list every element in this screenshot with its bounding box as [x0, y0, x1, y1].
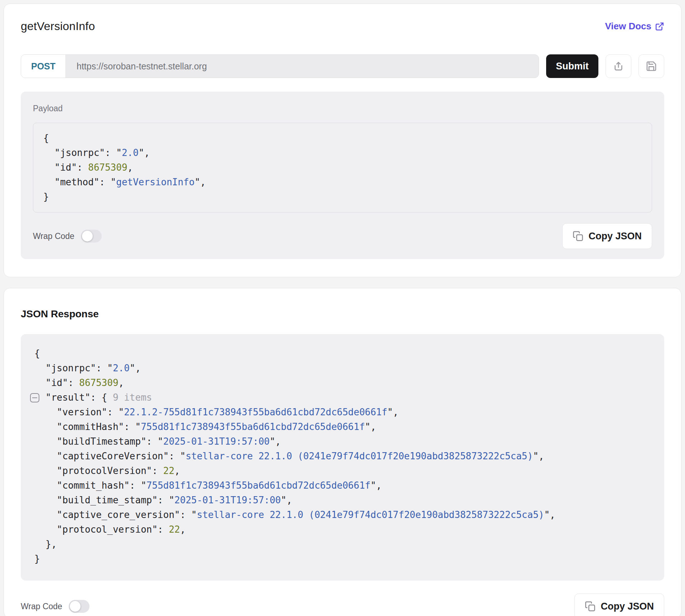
code-line: "method": "getVersionInfo", — [43, 175, 642, 190]
code-line: "captiveCoreVersion": "stellar-core 22.1… — [34, 449, 654, 464]
copy-json-label: Copy JSON — [588, 231, 642, 242]
code-line: "buildTimestamp": "2025-01-31T19:57:00", — [34, 434, 654, 449]
external-link-icon — [655, 22, 664, 31]
save-button[interactable] — [638, 54, 664, 78]
view-docs-label: View Docs — [605, 21, 651, 32]
copy-json-button-response[interactable]: Copy JSON — [574, 593, 664, 616]
payload-panel: Payload { "jsonrpc": "2.0", "id": 867530… — [21, 92, 664, 259]
code-line: "result": { 9 items — [34, 390, 654, 405]
wrap-code-switch[interactable] — [69, 600, 89, 613]
response-json-viewer[interactable]: { "jsonrpc": "2.0", "id": 8675309, "resu… — [21, 334, 664, 581]
code-line: } — [34, 552, 654, 566]
copy-json-label: Copy JSON — [601, 601, 654, 612]
payload-label: Payload — [33, 104, 652, 113]
code-line: "commitHash": "755d81f1c738943f55ba6d61c… — [34, 420, 654, 434]
share-button[interactable] — [606, 54, 631, 78]
collapse-node-icon[interactable] — [30, 393, 39, 402]
wrap-code-toggle[interactable]: Wrap Code — [33, 230, 102, 243]
copy-icon — [585, 601, 596, 612]
code-line: "id": 8675309, — [43, 160, 642, 175]
code-line: "protocol_version": 22, — [34, 522, 654, 537]
switch-knob — [82, 231, 93, 241]
copy-json-button[interactable]: Copy JSON — [562, 223, 652, 249]
code-line: "jsonrpc": "2.0", — [34, 361, 654, 376]
wrap-code-toggle-response[interactable]: Wrap Code — [21, 600, 89, 613]
code-line: "jsonrpc": "2.0", — [43, 146, 642, 160]
wrap-code-label: Wrap Code — [33, 231, 74, 241]
copy-icon — [573, 231, 583, 241]
request-card: getVersionInfo View Docs POST Submit — [4, 4, 681, 277]
method-select[interactable]: POST — [21, 55, 66, 78]
response-card: JSON Response { "jsonrpc": "2.0", "id": … — [4, 288, 681, 616]
code-line: { — [34, 346, 654, 361]
response-footer: Wrap Code Copy JSON — [21, 593, 664, 616]
request-card-header: getVersionInfo View Docs — [21, 4, 664, 33]
code-line: "protocolVersion": 22, — [34, 464, 654, 478]
code-line: "build_time_stamp": "2025-01-31T19:57:00… — [34, 493, 654, 508]
code-line: "version": "22.1.2-755d81f1c738943f55ba6… — [34, 405, 654, 420]
wrap-code-label: Wrap Code — [21, 602, 62, 611]
code-line: "captive_core_version": "stellar-core 22… — [34, 508, 654, 522]
page-title: getVersionInfo — [21, 20, 95, 33]
response-title: JSON Response — [21, 308, 664, 320]
code-line: { — [43, 131, 642, 146]
view-docs-link[interactable]: View Docs — [605, 21, 664, 32]
save-icon — [646, 60, 657, 72]
payload-footer: Wrap Code Copy JSON — [33, 223, 652, 249]
code-line: "id": 8675309, — [34, 376, 654, 390]
share-icon — [613, 60, 624, 72]
code-line: } — [43, 190, 642, 204]
request-row: POST Submit — [21, 54, 664, 78]
payload-code-editor[interactable]: { "jsonrpc": "2.0", "id": 8675309, "meth… — [33, 123, 652, 212]
submit-button[interactable]: Submit — [546, 54, 598, 78]
request-url-group: POST — [21, 54, 539, 78]
code-line: }, — [34, 537, 654, 552]
wrap-code-switch[interactable] — [81, 230, 102, 243]
switch-knob — [70, 601, 81, 612]
code-line: "commit_hash": "755d81f1c738943f55ba6d61… — [34, 478, 654, 493]
url-input[interactable] — [66, 55, 539, 78]
